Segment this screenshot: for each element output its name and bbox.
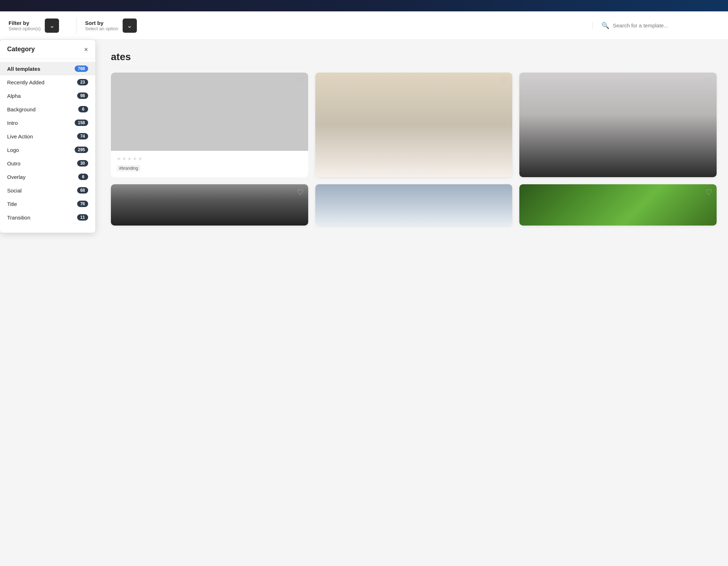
- category-item-social[interactable]: Social68: [0, 184, 95, 197]
- category-item-outro[interactable]: Outro30: [0, 157, 95, 170]
- template-card: ♡ Architects ★★★★★ 1 Review #urban#plan#…: [315, 184, 513, 226]
- template-card: ♡ White Female Cap ★★★★★ 0 Reviews #swag…: [519, 73, 717, 177]
- category-item-badge: 23: [77, 79, 88, 85]
- star-rating: ★★★★★: [117, 156, 143, 162]
- category-item-label: Background: [7, 106, 36, 112]
- favorite-button[interactable]: ♡: [705, 77, 712, 85]
- favorite-button[interactable]: ♡: [501, 189, 508, 196]
- sort-group: Sort by Select an option ⌄: [85, 18, 136, 33]
- card-image: ♡: [519, 73, 717, 177]
- category-item-title[interactable]: Title76: [0, 197, 95, 211]
- category-item-label: Live Action: [7, 133, 33, 139]
- category-item-label: Recently Added: [7, 79, 44, 85]
- favorite-button[interactable]: ♡: [705, 189, 712, 196]
- category-item-background[interactable]: Background6: [0, 102, 95, 116]
- category-item-label: Logo: [7, 147, 19, 153]
- category-item-intro[interactable]: Intro158: [0, 116, 95, 129]
- category-item-alpha[interactable]: Alpha98: [0, 89, 95, 102]
- toolbar: Filter by Select option(s) ⌄ Sort by Sel…: [0, 11, 728, 40]
- filter-dropdown-button[interactable]: ⌄: [45, 18, 59, 33]
- category-item-label: Alpha: [7, 93, 21, 99]
- category-item-live-action[interactable]: Live Action74: [0, 129, 95, 143]
- template-grid: ♡ ★★★★★ #branding ♡ White Male Cap ★★★★★: [11, 73, 717, 226]
- star-icon: ★: [117, 156, 121, 162]
- favorite-button[interactable]: ♡: [501, 77, 508, 85]
- favorite-button[interactable]: ♡: [297, 77, 304, 85]
- sort-sub: Select an option: [85, 26, 118, 31]
- card-slot-partial-1: ♡ ★★★★★ #branding: [111, 73, 308, 177]
- sort-dropdown-button[interactable]: ⌄: [123, 18, 137, 33]
- template-card: ♡ White Male Cap ★★★★★ 0 Reviews #swag#c…: [315, 73, 513, 177]
- star-icon: ★: [138, 156, 143, 162]
- category-item-badge: 768: [75, 65, 88, 72]
- card-image: ♡: [111, 73, 308, 151]
- category-item-badge: 11: [77, 214, 88, 221]
- category-panel-title: Category: [7, 46, 35, 53]
- template-card: ♡ Reptilian Logo ★★★★★ 0 Reviews #forest…: [519, 184, 717, 226]
- category-header: Category ×: [0, 46, 95, 59]
- tag: #branding: [117, 165, 140, 171]
- category-item-label: All templates: [7, 66, 40, 72]
- category-item-recently-added[interactable]: Recently Added23: [0, 75, 95, 89]
- sort-text-block: Sort by Select an option: [85, 20, 118, 31]
- category-item-badge: 76: [77, 201, 88, 207]
- category-item-label: Overlay: [7, 174, 26, 180]
- toolbar-divider: [76, 17, 76, 34]
- star-icon: ★: [133, 156, 137, 162]
- tag-list: #branding: [117, 165, 303, 171]
- category-close-button[interactable]: ×: [84, 46, 88, 53]
- category-item-logo[interactable]: Logo295: [0, 143, 95, 157]
- category-item-badge: 6: [78, 106, 88, 112]
- category-item-label: Title: [7, 201, 17, 207]
- category-item-label: Intro: [7, 120, 18, 126]
- category-list: All templates768Recently Added23Alpha98B…: [0, 59, 95, 227]
- category-item-badge: 158: [75, 120, 88, 126]
- filter-text-block: Filter by Select option(s): [9, 20, 41, 31]
- category-item-label: Outro: [7, 160, 21, 166]
- search-icon: 🔍: [601, 22, 609, 30]
- category-item-overlay[interactable]: Overlay6: [0, 170, 95, 184]
- category-item-badge: 98: [77, 92, 88, 99]
- card-image: ♡: [315, 184, 513, 226]
- category-item-badge: 6: [78, 174, 88, 180]
- search-input[interactable]: [613, 22, 719, 28]
- card-image: ♡: [315, 73, 513, 177]
- category-item-all-templates[interactable]: All templates768: [0, 62, 95, 75]
- favorite-button[interactable]: ♡: [297, 189, 304, 196]
- card-image: ♡: [519, 184, 717, 226]
- main-content: Category × All templates768Recently Adde…: [0, 40, 728, 566]
- card-reviews: ★★★★★: [117, 156, 303, 162]
- card-body: ★★★★★ #branding: [111, 151, 308, 177]
- top-bar: [0, 0, 728, 11]
- category-item-badge: 295: [75, 147, 88, 153]
- category-item-label: Transition: [7, 215, 30, 221]
- page-title: ates: [11, 51, 717, 63]
- star-icon: ★: [122, 156, 127, 162]
- template-card: ♡ ★★★★★ #branding: [111, 73, 308, 177]
- card-image: ♡: [111, 184, 308, 226]
- category-item-badge: 68: [77, 187, 88, 194]
- star-icon: ★: [127, 156, 132, 162]
- content-area: ates ♡ ★★★★★ #branding ♡ White Ma: [0, 40, 728, 566]
- category-item-label: Social: [7, 187, 22, 194]
- filter-label: Filter by: [9, 20, 41, 26]
- category-item-badge: 30: [77, 160, 88, 166]
- template-card: ♡ Black Male Cap ★★★★★ 0 Reviews #swag#c…: [111, 184, 308, 226]
- filter-sub: Select option(s): [9, 26, 41, 31]
- sort-label: Sort by: [85, 20, 118, 26]
- category-item-badge: 74: [77, 133, 88, 139]
- filter-group: Filter by Select option(s) ⌄: [9, 18, 68, 33]
- category-panel: Category × All templates768Recently Adde…: [0, 40, 95, 233]
- category-item-transition[interactable]: Transition11: [0, 211, 95, 224]
- search-wrapper: 🔍: [593, 22, 719, 30]
